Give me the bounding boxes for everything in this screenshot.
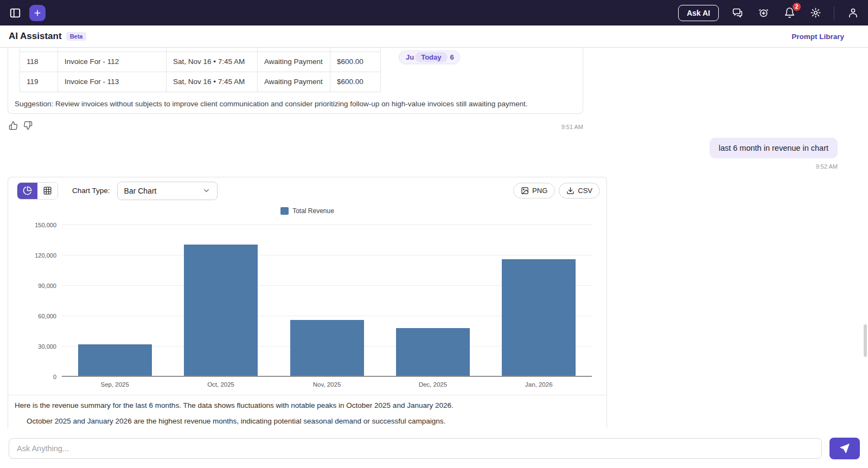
send-paper-plane-icon	[839, 443, 851, 454]
notification-badge: 2	[793, 3, 801, 11]
image-icon	[521, 187, 529, 195]
today-date-chip[interactable]: Ju Today 6	[399, 50, 460, 64]
gridline	[62, 225, 592, 225]
assistant-timestamp: 9:51 AM	[561, 124, 583, 130]
grid-table-icon	[43, 186, 52, 195]
invoice-table: 118 Invoice For - 112 Sat, Nov 16 • 7:45…	[20, 48, 381, 92]
composer-bar	[0, 428, 868, 468]
vertical-scrollbar-thumb[interactable]	[864, 324, 867, 357]
sidebar-panel-icon	[9, 7, 21, 19]
invoice-status-cell: Awaiting Payment	[258, 52, 330, 72]
thumbs-up-icon	[9, 121, 18, 130]
invoice-status-cell: Awaiting Payment	[258, 72, 330, 92]
x-axis-tick-label: Oct, 2025	[207, 381, 234, 388]
y-axis-tick-label: 90,000	[38, 283, 56, 289]
x-axis-tick-label: Sep, 2025	[100, 381, 129, 388]
y-axis-tick-label: 150,000	[35, 222, 56, 228]
suggestion-text: Suggestion: Review invoices without subj…	[15, 100, 576, 108]
prompt-library-link[interactable]: Prompt Library	[792, 33, 844, 41]
chart-type-label: Chart Type:	[72, 187, 110, 195]
revenue-bar	[396, 328, 470, 376]
plus-icon	[33, 9, 42, 17]
chart-bottom-divider	[8, 395, 607, 395]
x-axis-tick-label: Jan, 2026	[525, 381, 553, 388]
chat-bubbles-icon	[732, 7, 743, 18]
new-chat-button[interactable]	[29, 5, 46, 21]
invoice-id-cell: 119	[20, 72, 58, 92]
y-axis-tick-label: 120,000	[35, 252, 56, 259]
revenue-bar	[184, 245, 258, 376]
csv-label: CSV	[578, 187, 592, 195]
thumbs-down-button[interactable]	[23, 121, 33, 130]
summary-bullet-text: October 2025 and January 2026 are the hi…	[27, 417, 600, 425]
ask-ai-button[interactable]: Ask AI	[678, 5, 719, 21]
chart-type-select[interactable]: Bar Chart	[117, 182, 218, 200]
chart-legend: Total Revenue	[8, 207, 607, 215]
chart-view-button[interactable]	[17, 183, 37, 199]
page-header: AI Assistant Beta Prompt Library	[0, 25, 868, 48]
x-axis-tick-label: Dec, 2025	[419, 381, 447, 388]
settings-button[interactable]	[808, 5, 823, 21]
png-label: PNG	[532, 187, 547, 195]
beta-badge: Beta	[66, 32, 87, 41]
table-view-button[interactable]	[37, 183, 58, 199]
date-chip-right: 6	[450, 53, 454, 61]
time-tracker-button[interactable]	[756, 5, 771, 21]
gridline	[62, 255, 592, 255]
account-button[interactable]	[845, 5, 860, 21]
y-axis-tick-label: 60,000	[38, 313, 56, 319]
chat-messages-button[interactable]	[730, 5, 745, 21]
invoice-id-cell: 118	[20, 52, 58, 72]
thumbs-down-icon	[23, 121, 33, 130]
y-axis-tick-label: 0	[53, 374, 56, 380]
navbar-divider	[834, 7, 834, 20]
table-row-partial	[20, 48, 381, 52]
invoice-amount-cell: $600.00	[330, 52, 381, 72]
legend-swatch	[280, 207, 289, 215]
user-message-row: last 6 month in revenue in chart 9:52 AM	[0, 138, 838, 170]
user-icon	[847, 7, 859, 18]
assistant-message-card: 118 Invoice For - 112 Sat, Nov 16 • 7:45…	[8, 48, 583, 114]
clock-search-icon	[758, 7, 769, 18]
invoice-subject-cell: Invoice For - 113	[58, 72, 167, 92]
send-button[interactable]	[829, 438, 860, 459]
export-png-button[interactable]: PNG	[513, 183, 555, 198]
download-icon	[566, 187, 575, 195]
revenue-bar	[502, 259, 576, 376]
chevron-down-icon	[202, 187, 210, 195]
top-navbar: Ask AI 2	[0, 0, 868, 25]
sidebar-toggle-button[interactable]	[8, 5, 23, 21]
date-chip-left: Ju	[406, 53, 414, 61]
user-timestamp: 9:52 AM	[816, 163, 838, 170]
revenue-bar	[78, 344, 152, 376]
table-row[interactable]: 119 Invoice For - 113 Sat, Nov 16 • 7:45…	[20, 72, 381, 92]
bar-chart-plot: 030,00060,00090,000120,000150,000Sep, 20…	[62, 225, 592, 377]
feedback-row: 9:51 AM	[9, 121, 583, 130]
revenue-bar	[290, 320, 364, 376]
pie-chart-icon	[23, 186, 32, 195]
user-message-bubble: last 6 month in revenue in chart	[710, 138, 838, 158]
ask-anything-input[interactable]	[9, 438, 822, 459]
today-pill: Today	[415, 52, 447, 62]
chat-scroll-area: 118 Invoice For - 112 Sat, Nov 16 • 7:45…	[0, 48, 868, 428]
table-row[interactable]: 118 Invoice For - 112 Sat, Nov 16 • 7:45…	[20, 52, 381, 72]
thumbs-up-button[interactable]	[9, 121, 18, 130]
chart-view-toggle	[17, 182, 58, 200]
invoice-date-cell: Sat, Nov 16 • 7:45 AM	[167, 52, 258, 72]
legend-label: Total Revenue	[292, 207, 334, 215]
chart-message-card: Chart Type: Bar Chart PNG	[8, 177, 607, 429]
page-title: AI Assistant	[9, 31, 62, 42]
invoice-subject-cell: Invoice For - 112	[58, 52, 167, 72]
invoice-amount-cell: $600.00	[330, 72, 381, 92]
y-axis-tick-label: 30,000	[38, 343, 56, 350]
x-axis-tick-label: Nov, 2025	[313, 381, 341, 388]
invoice-date-cell: Sat, Nov 16 • 7:45 AM	[167, 72, 258, 92]
export-csv-button[interactable]: CSV	[559, 183, 600, 198]
summary-text: Here is the revenue summary for the last…	[15, 401, 600, 409]
x-axis-baseline	[62, 376, 592, 377]
chart-type-value: Bar Chart	[124, 187, 157, 195]
chart-toolbar: Chart Type: Bar Chart PNG	[8, 177, 607, 200]
gear-icon	[810, 7, 821, 18]
